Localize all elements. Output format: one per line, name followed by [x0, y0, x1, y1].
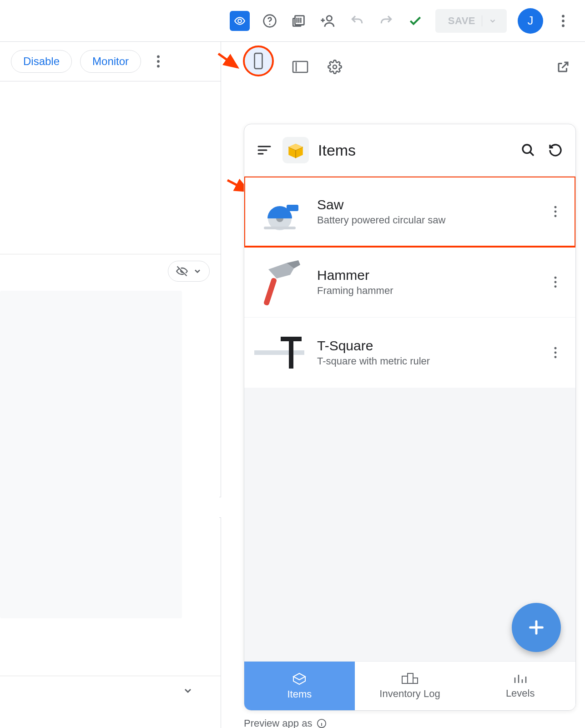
svg-point-5 — [562, 15, 565, 17]
sort-icon[interactable] — [255, 141, 273, 159]
item-subtitle: Framing hammer — [317, 285, 536, 297]
done-icon[interactable] — [406, 12, 424, 30]
svg-rect-17 — [287, 205, 298, 211]
tab-items[interactable]: Items — [244, 662, 355, 710]
tablet-preview-button[interactable] — [291, 58, 309, 76]
add-fab[interactable] — [512, 603, 561, 652]
chevron-down-icon — [193, 267, 202, 276]
preview-as-row[interactable]: Preview app as — [244, 718, 327, 728]
tab-label: Items — [287, 688, 312, 700]
disable-button[interactable]: Disable — [11, 50, 72, 73]
item-title: Saw — [317, 197, 536, 212]
item-title: T-Square — [317, 338, 536, 354]
row-overflow-icon[interactable] — [546, 202, 565, 221]
items-tab-icon — [292, 672, 307, 686]
left-bottom-bar — [0, 676, 221, 705]
svg-rect-12 — [293, 61, 308, 72]
preview-panel: Items — [221, 42, 585, 728]
bottom-tabs: Items Inventory Log Levels — [244, 661, 575, 710]
hammer-icon — [252, 257, 307, 307]
svg-point-20 — [555, 211, 557, 213]
phone-title: Items — [318, 142, 356, 159]
svg-rect-34 — [413, 678, 418, 683]
svg-point-14 — [523, 145, 531, 153]
help-icon[interactable] — [261, 12, 279, 30]
list-item[interactable]: Hammer Framing hammer — [244, 247, 575, 317]
tab-label: Inventory Log — [379, 688, 440, 700]
items-list[interactable]: Saw Battery powered circular saw — [244, 177, 575, 661]
editor-toolbar: SAVE J — [0, 0, 585, 42]
svg-rect-18 — [264, 227, 296, 229]
app-icon — [282, 137, 309, 163]
visibility-row — [0, 254, 221, 282]
svg-point-7 — [562, 24, 565, 27]
svg-rect-11 — [255, 53, 262, 69]
svg-point-0 — [238, 19, 242, 23]
left-block — [0, 81, 221, 254]
row-overflow-icon[interactable] — [546, 273, 565, 291]
item-subtitle: Battery powered circular saw — [317, 214, 536, 226]
svg-point-2 — [269, 24, 270, 25]
svg-point-6 — [562, 20, 565, 22]
svg-rect-33 — [408, 673, 413, 683]
svg-point-4 — [327, 15, 332, 20]
phone-preview: Items — [244, 124, 576, 711]
levels-tab-icon — [513, 673, 528, 685]
left-panel: Disable Monitor — [0, 42, 221, 728]
row-overflow-icon[interactable] — [546, 344, 565, 362]
visibility-toggle[interactable] — [168, 261, 210, 282]
phone-preview-button[interactable] — [247, 50, 269, 72]
add-user-icon[interactable] — [319, 12, 337, 30]
svg-point-10 — [157, 65, 160, 68]
svg-rect-27 — [289, 337, 293, 369]
monitor-button[interactable]: Monitor — [80, 50, 141, 73]
preview-as-label: Preview app as — [244, 718, 312, 728]
tsquare-icon — [252, 328, 307, 378]
svg-rect-32 — [402, 676, 408, 683]
preview-icon[interactable] — [230, 11, 250, 31]
chevron-down-icon[interactable] — [182, 685, 193, 696]
svg-point-19 — [555, 206, 557, 208]
preview-toolbar — [221, 42, 585, 92]
svg-point-24 — [555, 281, 557, 283]
item-subtitle: T-square with metric ruler — [317, 355, 536, 367]
svg-point-23 — [555, 277, 557, 279]
svg-point-8 — [157, 56, 160, 58]
versions-icon[interactable] — [290, 12, 308, 30]
open-external-icon[interactable] — [554, 58, 572, 76]
save-button[interactable]: SAVE — [435, 9, 507, 33]
chip-overflow-icon[interactable] — [149, 52, 167, 71]
svg-rect-22 — [263, 278, 277, 306]
preview-settings-icon[interactable] — [326, 58, 344, 76]
item-title: Hammer — [317, 268, 536, 283]
svg-point-31 — [555, 356, 557, 358]
list-item[interactable]: Saw Battery powered circular saw — [244, 177, 575, 247]
svg-point-21 — [555, 215, 557, 217]
tab-label: Levels — [506, 688, 535, 699]
refresh-icon[interactable] — [546, 141, 565, 159]
saw-icon — [252, 187, 307, 237]
overflow-icon[interactable] — [554, 12, 572, 30]
divider — [482, 15, 482, 26]
avatar[interactable]: J — [518, 8, 543, 34]
svg-point-13 — [333, 65, 337, 69]
annotation-circle — [243, 46, 274, 76]
search-icon[interactable] — [519, 141, 537, 159]
save-label: SAVE — [448, 15, 475, 27]
tab-levels[interactable]: Levels — [465, 662, 575, 710]
chip-row: Disable Monitor — [0, 42, 221, 81]
svg-point-9 — [157, 60, 160, 63]
expression-card[interactable] — [0, 291, 182, 618]
svg-point-25 — [555, 285, 557, 288]
chevron-down-icon — [489, 17, 497, 25]
phone-header: Items — [244, 124, 575, 177]
tab-inventory-log[interactable]: Inventory Log — [355, 662, 465, 710]
info-icon — [317, 718, 327, 728]
hidden-icon — [176, 265, 188, 278]
svg-point-30 — [555, 352, 557, 354]
redo-icon[interactable] — [377, 12, 395, 30]
inventory-tab-icon — [401, 672, 419, 685]
list-item[interactable]: T-Square T-square with metric ruler — [244, 317, 575, 388]
undo-icon[interactable] — [348, 12, 366, 30]
svg-rect-28 — [281, 337, 302, 341]
